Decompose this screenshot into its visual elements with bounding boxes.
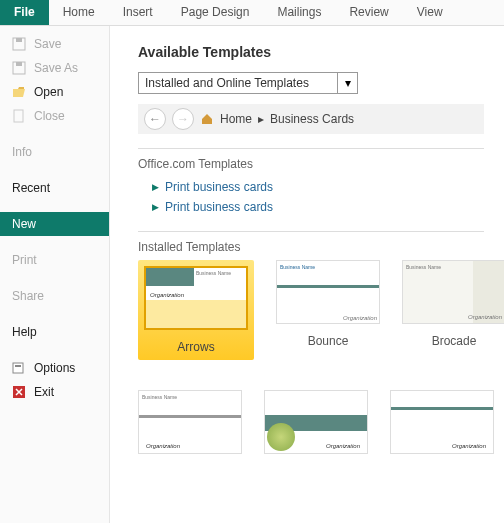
sidebar-help[interactable]: Help <box>0 320 109 344</box>
template-thumbnail: Business Name Organization <box>276 260 380 324</box>
triangle-icon: ▶ <box>152 202 159 212</box>
sidebar-label: Save <box>34 37 61 51</box>
org-label: Organization <box>448 441 490 451</box>
sidebar-label: Help <box>12 325 37 339</box>
tab-page-design[interactable]: Page Design <box>167 0 264 25</box>
sidebar-print[interactable]: Print <box>0 248 109 272</box>
tab-review[interactable]: Review <box>335 0 402 25</box>
tab-insert[interactable]: Insert <box>109 0 167 25</box>
options-icon <box>12 361 26 375</box>
backstage-sidebar: Save Save As Open Close Info Recent New … <box>0 26 110 523</box>
org-label: Organization <box>468 314 502 320</box>
installed-templates-section: Installed Templates Business Name Organi… <box>138 231 484 458</box>
sidebar-share[interactable]: Share <box>0 284 109 308</box>
chevron-down-icon[interactable]: ▾ <box>337 73 357 93</box>
sidebar-info[interactable]: Info <box>0 140 109 164</box>
svg-rect-1 <box>16 38 22 42</box>
sidebar-label: Share <box>12 289 44 303</box>
org-label: Organization <box>343 315 377 321</box>
template-link[interactable]: ▶ Print business cards <box>138 197 484 217</box>
sidebar-label: Close <box>34 109 65 123</box>
template-thumbnail: Business Name Organization <box>138 390 242 454</box>
template-thumbnail: Organization <box>264 390 368 454</box>
sidebar-open[interactable]: Open <box>0 80 109 104</box>
template-brocade[interactable]: Business Name Organization Brocade <box>402 260 504 360</box>
folder-open-icon <box>12 85 26 99</box>
breadcrumb: ← → Home ▸ Business Cards <box>138 104 484 134</box>
home-icon[interactable] <box>200 112 214 126</box>
template-label: Brocade <box>432 334 477 348</box>
ribbon-tabs: File Home Insert Page Design Mailings Re… <box>0 0 504 26</box>
sidebar-label: Recent <box>12 181 50 195</box>
sidebar-save[interactable]: Save <box>0 32 109 56</box>
svg-rect-3 <box>16 62 22 66</box>
template-thumbnail: Organization <box>390 390 494 454</box>
breadcrumb-category[interactable]: Business Cards <box>270 112 354 126</box>
breadcrumb-home[interactable]: Home <box>220 112 252 126</box>
tab-view[interactable]: View <box>403 0 457 25</box>
org-label: Organization <box>322 441 364 451</box>
tab-mailings[interactable]: Mailings <box>263 0 335 25</box>
template-source-dropdown[interactable]: Installed and Online Templates ▾ <box>138 72 358 94</box>
link-label: Print business cards <box>165 180 273 194</box>
sidebar-label: Print <box>12 253 37 267</box>
sidebar-options[interactable]: Options <box>0 356 109 380</box>
org-label: Organization <box>146 290 246 300</box>
template-item[interactable]: Business Name Organization <box>138 390 242 454</box>
section-heading: Office.com Templates <box>138 157 484 171</box>
org-label: Organization <box>142 441 184 451</box>
template-arrows[interactable]: Business Name Organization Arrows <box>138 260 254 360</box>
template-item[interactable]: Organization <box>390 390 494 454</box>
save-icon <box>12 37 26 51</box>
template-item[interactable]: Organization <box>264 390 368 454</box>
template-label: Arrows <box>177 340 214 354</box>
sidebar-exit[interactable]: Exit <box>0 380 109 404</box>
sidebar-label: Save As <box>34 61 78 75</box>
tab-file[interactable]: File <box>0 0 49 25</box>
template-thumbnail: Business Name Organization <box>144 266 248 330</box>
dropdown-value: Installed and Online Templates <box>139 76 337 90</box>
template-label: Bounce <box>308 334 349 348</box>
triangle-icon: ▶ <box>152 182 159 192</box>
sidebar-label: Open <box>34 85 63 99</box>
tab-home[interactable]: Home <box>49 0 109 25</box>
sidebar-label: Options <box>34 361 75 375</box>
template-bounce[interactable]: Business Name Organization Bounce <box>276 260 380 360</box>
sidebar-recent[interactable]: Recent <box>0 176 109 200</box>
office-templates-section: Office.com Templates ▶ Print business ca… <box>138 148 484 221</box>
template-thumbnail: Business Name Organization <box>402 260 504 324</box>
content-pane: Available Templates Installed and Online… <box>110 26 504 523</box>
sidebar-new[interactable]: New <box>0 212 109 236</box>
close-file-icon <box>12 109 26 123</box>
nav-forward-button[interactable]: → <box>172 108 194 130</box>
section-heading: Installed Templates <box>138 240 484 254</box>
exit-icon <box>12 385 26 399</box>
sidebar-save-as[interactable]: Save As <box>0 56 109 80</box>
sidebar-close[interactable]: Close <box>0 104 109 128</box>
sidebar-label: Exit <box>34 385 54 399</box>
svg-rect-5 <box>13 363 23 373</box>
link-label: Print business cards <box>165 200 273 214</box>
nav-back-button[interactable]: ← <box>144 108 166 130</box>
sidebar-label: Info <box>12 145 32 159</box>
svg-rect-4 <box>14 110 23 122</box>
svg-rect-6 <box>15 365 21 367</box>
sidebar-label: New <box>12 217 36 231</box>
page-title: Available Templates <box>138 44 484 60</box>
template-link[interactable]: ▶ Print business cards <box>138 177 484 197</box>
breadcrumb-separator: ▸ <box>258 112 264 126</box>
save-as-icon <box>12 61 26 75</box>
